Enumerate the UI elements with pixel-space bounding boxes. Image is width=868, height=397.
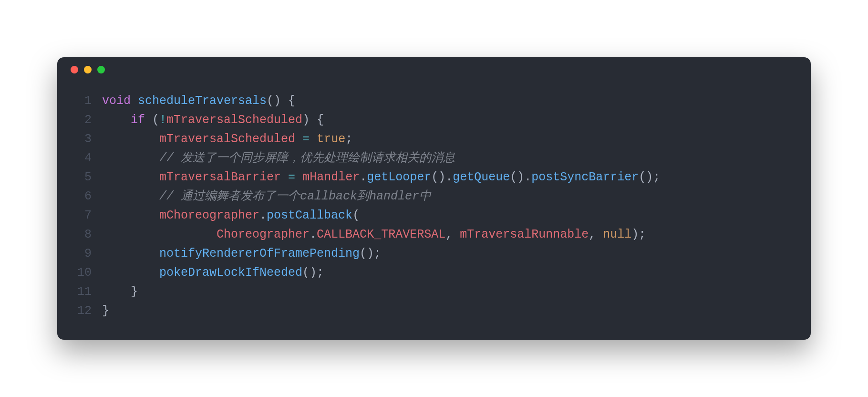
token-punc [310, 132, 317, 146]
line-number: 6 [63, 187, 102, 206]
code-line: 4 // 发送了一个同步屏障，优先处理绘制请求相关的消息 [63, 149, 796, 168]
token-punc: ( [352, 209, 360, 222]
code-line: 12} [63, 302, 796, 321]
code-content: pokeDrawLockIfNeeded(); [102, 263, 324, 282]
code-line: 1void scheduleTraversals() { [63, 92, 796, 111]
line-number: 9 [63, 244, 102, 263]
token-ident: mTraversalScheduled [159, 132, 295, 146]
code-line: 6 // 通过编舞者发布了一个callback到handler中 [63, 187, 796, 206]
code-content: void scheduleTraversals() { [102, 92, 295, 111]
token-punc: ; [345, 132, 352, 146]
token-keyword-type: void [102, 94, 131, 108]
code-line: 2 if (!mTraversalScheduled) { [63, 111, 796, 130]
token-punc: , [445, 228, 460, 241]
stage: 1void scheduleTraversals() {2 if (!mTrav… [0, 0, 868, 397]
code-content: // 通过编舞者发布了一个callback到handler中 [102, 187, 431, 206]
line-number: 5 [63, 168, 102, 187]
code-content: // 发送了一个同步屏障，优先处理绘制请求相关的消息 [102, 149, 455, 168]
token-punc: ( [152, 113, 159, 127]
line-number: 4 [63, 149, 102, 168]
token-ident: mTraversalBarrier [159, 170, 281, 184]
token-const: true [317, 132, 345, 146]
code-content: Choreographer.CALLBACK_TRAVERSAL, mTrave… [102, 225, 646, 244]
token-punc: . [360, 170, 367, 184]
token-punc [310, 113, 317, 127]
token-punc: (). [510, 170, 531, 184]
token-comment: // 发送了一个同步屏障，优先处理绘制请求相关的消息 [159, 151, 455, 165]
code-line: 5 mTraversalBarrier = mHandler.getLooper… [63, 168, 796, 187]
code-content: mTraversalBarrier = mHandler.getLooper()… [102, 168, 660, 187]
code-line: 9 notifyRendererOfFramePending(); [63, 244, 796, 263]
zoom-icon[interactable] [97, 66, 105, 73]
token-comment: // 通过编舞者发布了一个callback到handler中 [159, 189, 431, 203]
close-icon[interactable] [71, 66, 78, 73]
token-ident: mTraversalRunnable [460, 228, 589, 241]
token-ident: mTraversalScheduled [166, 113, 302, 127]
code-content: notifyRendererOfFramePending(); [102, 244, 381, 263]
token-func: notifyRendererOfFramePending [159, 247, 360, 261]
token-func: postSyncBarrier [531, 170, 639, 184]
token-punc: () [267, 94, 281, 108]
line-number: 2 [63, 111, 102, 130]
token-ident: CALLBACK_TRAVERSAL [317, 228, 445, 241]
code-line: 10 pokeDrawLockIfNeeded(); [63, 263, 796, 282]
code-line: 3 mTraversalScheduled = true; [63, 130, 796, 149]
code-content: } [102, 282, 138, 302]
token-op: = [288, 170, 295, 184]
token-op: = [302, 132, 310, 146]
code-line: 8 Choreographer.CALLBACK_TRAVERSAL, mTra… [63, 225, 796, 244]
code-content: if (!mTraversalScheduled) { [102, 111, 324, 130]
code-content: mTraversalScheduled = true; [102, 130, 352, 149]
code-content: } [102, 302, 109, 321]
line-number: 12 [63, 302, 102, 321]
token-punc: (); [302, 266, 324, 280]
minimize-icon[interactable] [84, 66, 92, 73]
code-content: mChoreographer.postCallback( [102, 206, 360, 225]
token-func: getQueue [453, 170, 510, 184]
token-const: null [603, 228, 631, 241]
token-punc: (). [431, 170, 453, 184]
line-number: 8 [63, 225, 102, 244]
token-punc: (); [639, 170, 660, 184]
token-func: scheduleTraversals [138, 94, 267, 108]
code-line: 7 mChoreographer.postCallback( [63, 206, 796, 225]
token-punc: ); [631, 228, 646, 241]
token-ident: mHandler [302, 170, 360, 184]
token-op: ! [159, 113, 166, 127]
token-punc [295, 170, 302, 184]
line-number: 1 [63, 92, 102, 111]
token-punc: . [310, 228, 317, 241]
titlebar [57, 57, 811, 82]
token-ident: mChoreographer [159, 209, 259, 222]
token-func: getLooper [367, 170, 431, 184]
line-number: 11 [63, 282, 102, 302]
code-line: 11 } [63, 282, 796, 302]
token-ident: Choreographer [217, 228, 310, 241]
token-punc: . [259, 209, 267, 222]
token-punc [295, 132, 302, 146]
line-number: 3 [63, 130, 102, 149]
token-func: pokeDrawLockIfNeeded [159, 266, 302, 280]
token-punc [281, 94, 288, 108]
code-area: 1void scheduleTraversals() {2 if (!mTrav… [57, 82, 811, 321]
token-punc: { [317, 113, 324, 127]
token-func: postCallback [267, 209, 352, 222]
token-keyword: if [131, 113, 145, 127]
token-punc [281, 170, 288, 184]
line-number: 10 [63, 263, 102, 282]
token-punc: , [589, 228, 603, 241]
token-punc [145, 113, 152, 127]
code-window: 1void scheduleTraversals() {2 if (!mTrav… [57, 57, 811, 340]
token-punc: ) [302, 113, 310, 127]
token-punc: } [102, 304, 109, 318]
token-punc: (); [360, 247, 381, 261]
token-punc [131, 94, 138, 108]
line-number: 7 [63, 206, 102, 225]
token-punc: { [288, 94, 295, 108]
token-punc: } [131, 285, 138, 299]
